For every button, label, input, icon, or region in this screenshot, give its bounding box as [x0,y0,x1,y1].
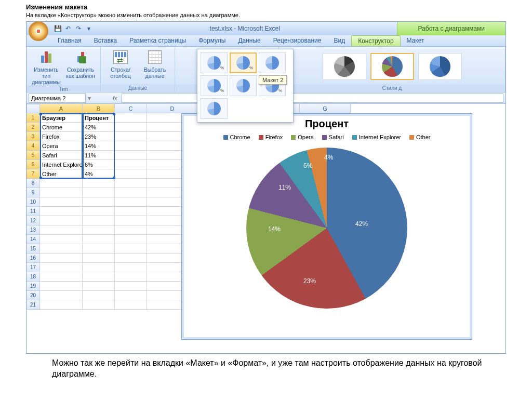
cell-A20[interactable] [40,291,83,300]
cell-C2[interactable] [115,123,147,132]
cell-A3[interactable]: Firefox [40,132,83,141]
cell-A15[interactable] [40,244,83,254]
row-header-18[interactable]: 18 [26,272,40,282]
cell-A19[interactable] [40,282,83,291]
row-header-17[interactable]: 17 [26,263,40,272]
cell-C7[interactable] [115,169,147,179]
cell-B18[interactable] [83,272,115,282]
save-as-template-button[interactable]: Сохранить как шаблон [65,49,96,79]
cell-B21[interactable] [83,300,115,310]
row-header-4[interactable]: 4 [26,141,40,151]
cell-B14[interactable] [83,235,115,244]
cell-A11[interactable] [40,207,83,216]
cell-B19[interactable] [83,282,115,291]
column-header-D[interactable]: D [147,104,198,113]
tab-review[interactable]: Рецензирование [267,35,328,46]
row-header-13[interactable]: 13 [26,225,40,235]
qat-dropdown-icon[interactable]: ▾ [85,24,93,33]
office-button[interactable] [29,21,48,41]
cell-A5[interactable]: Safari [40,151,83,160]
layout-option-7[interactable] [201,98,228,119]
row-header-7[interactable]: 7 [26,169,40,179]
cell-C17[interactable] [115,263,147,272]
cell-C19[interactable] [115,282,147,291]
cell-B5[interactable]: 11% [83,151,115,160]
cell-C1[interactable] [115,113,147,123]
chart-style-3[interactable] [418,53,462,80]
tab-design[interactable]: Конструктор [351,35,400,46]
row-header-20[interactable]: 20 [26,291,40,300]
cell-B8[interactable] [83,179,115,188]
cell-A18[interactable] [40,272,83,282]
cell-A2[interactable]: Chrome [40,123,83,132]
row-header-11[interactable]: 11 [26,207,40,216]
tab-data[interactable]: Данные [232,35,267,46]
cell-B16[interactable] [83,254,115,263]
row-header-19[interactable]: 19 [26,282,40,291]
select-all-corner[interactable] [26,104,40,113]
cell-A8[interactable] [40,179,83,188]
layout-option-3[interactable] [259,52,286,73]
row-header-3[interactable]: 3 [26,132,40,141]
cell-A12[interactable] [40,216,83,225]
fx-label[interactable]: fx [111,95,119,101]
chart-object[interactable]: Процент ChromeFirefoxOperaSafariInternet… [181,113,472,340]
formula-bar[interactable] [122,94,503,103]
cell-A13[interactable] [40,225,83,235]
row-header-10[interactable]: 10 [26,197,40,207]
layout-option-2[interactable] [230,52,257,73]
layout-option-1[interactable] [201,52,228,73]
cell-A9[interactable] [40,188,83,197]
cell-B3[interactable]: 23% [83,132,115,141]
cell-B20[interactable] [83,291,115,300]
cell-B7[interactable]: 4% [83,169,115,179]
cell-C9[interactable] [115,188,147,197]
layout-option-4[interactable] [201,75,228,96]
cell-A10[interactable] [40,197,83,207]
row-header-2[interactable]: 2 [26,123,40,132]
row-header-21[interactable]: 21 [26,300,40,310]
cell-C18[interactable] [115,272,147,282]
chart-style-1[interactable] [323,53,366,80]
cell-B10[interactable] [83,197,115,207]
redo-icon[interactable]: ↷ [74,24,83,33]
cell-B2[interactable]: 42% [83,123,115,132]
tab-page-layout[interactable]: Разметка страницы [123,35,192,46]
cell-B9[interactable] [83,188,115,197]
cell-C8[interactable] [115,179,147,188]
cell-B12[interactable] [83,216,115,225]
cell-C21[interactable] [115,300,147,310]
layout-option-5[interactable] [230,75,257,96]
cell-A1[interactable]: Браузер [40,113,83,123]
tab-home[interactable]: Главная [51,35,88,46]
cell-A17[interactable] [40,263,83,272]
row-header-1[interactable]: 1 [26,113,40,123]
tab-formulas[interactable]: Формулы [192,35,232,46]
cell-A16[interactable] [40,254,83,263]
row-header-14[interactable]: 14 [26,235,40,244]
cell-C13[interactable] [115,225,147,235]
cell-B6[interactable]: 6% [83,160,115,169]
column-header-A[interactable]: A [40,104,83,113]
cell-C11[interactable] [115,207,147,216]
tab-view[interactable]: Вид [327,35,351,46]
switch-row-column-button[interactable]: Строка/столбец [105,49,136,79]
cell-C10[interactable] [115,197,147,207]
row-header-8[interactable]: 8 [26,179,40,188]
row-header-15[interactable]: 15 [26,244,40,254]
cell-C6[interactable] [115,160,147,169]
cell-A4[interactable]: Opera [40,141,83,151]
tab-insert[interactable]: Вставка [88,35,124,46]
row-header-9[interactable]: 9 [26,188,40,197]
column-header-G[interactable]: G [300,104,351,113]
save-icon[interactable]: 💾 [54,24,62,33]
cell-C3[interactable] [115,132,147,141]
chart-style-2[interactable] [370,53,414,80]
cell-C14[interactable] [115,235,147,244]
undo-icon[interactable]: ↶ [64,24,72,33]
cell-A6[interactable]: Internet Explorer [40,160,83,169]
cell-C12[interactable] [115,216,147,225]
cell-A7[interactable]: Other [40,169,83,179]
row-header-16[interactable]: 16 [26,254,40,263]
cell-C16[interactable] [115,254,147,263]
